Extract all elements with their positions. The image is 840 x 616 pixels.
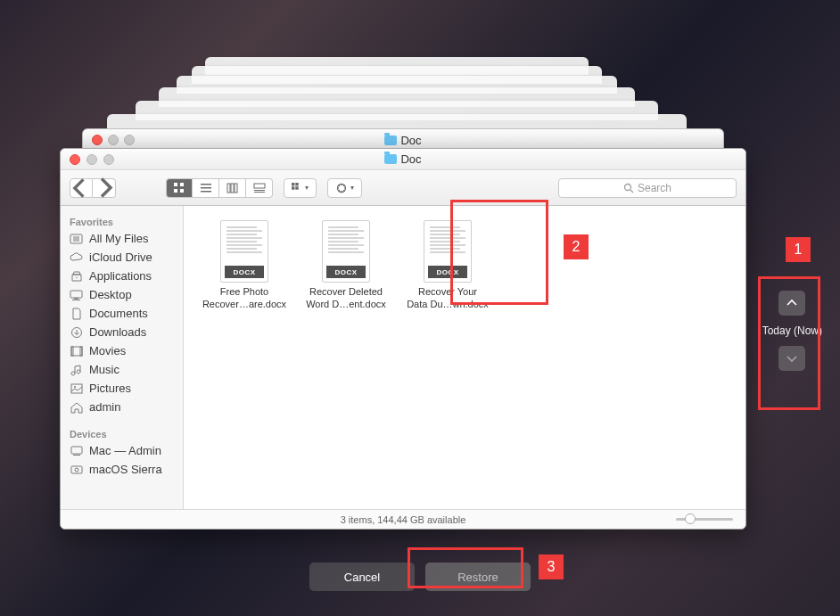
svg-rect-8 xyxy=(231,184,234,193)
view-coverflow-button[interactable] xyxy=(246,178,273,198)
svg-rect-35 xyxy=(73,455,80,456)
svg-rect-4 xyxy=(201,184,211,185)
svg-point-37 xyxy=(75,468,78,472)
svg-rect-27 xyxy=(72,300,80,300)
sidebar-item-label: Downloads xyxy=(89,325,146,339)
callout-number-1: 1 xyxy=(786,237,811,262)
folder-icon xyxy=(384,136,397,145)
sidebar-item-macos-sierra[interactable]: macOS Sierra xyxy=(61,460,183,479)
file-item[interactable]: DOCX Recover Deleted Word D…ent.docx xyxy=(298,220,394,311)
file-item[interactable]: DOCX Free Photo Recover…are.docx xyxy=(196,220,292,311)
svg-rect-12 xyxy=(254,192,265,193)
svg-point-33 xyxy=(74,386,76,388)
callout-number-3: 3 xyxy=(539,554,564,579)
status-text: 3 items, 144,44 GB available xyxy=(341,514,466,525)
svg-rect-6 xyxy=(201,191,211,193)
sidebar-item-documents[interactable]: Documents xyxy=(61,304,183,323)
cancel-button[interactable]: Cancel xyxy=(309,563,415,591)
svg-rect-9 xyxy=(235,184,237,193)
svg-rect-10 xyxy=(254,184,265,188)
status-bar: 3 items, 144,44 GB available xyxy=(61,509,745,529)
svg-rect-26 xyxy=(74,298,78,300)
file-name: Recover Deleted Word D…ent.docx xyxy=(306,286,386,311)
view-list-button[interactable] xyxy=(193,178,219,198)
minimize-button[interactable] xyxy=(86,154,97,165)
callout-number-2: 2 xyxy=(564,234,589,259)
sidebar-item-label: All My Files xyxy=(89,232,148,245)
svg-rect-11 xyxy=(254,190,265,191)
forward-button[interactable] xyxy=(93,178,116,198)
svg-rect-0 xyxy=(174,183,177,186)
svg-line-19 xyxy=(630,190,633,193)
svg-rect-34 xyxy=(71,447,82,454)
svg-rect-5 xyxy=(201,187,211,189)
toolbar: ▾ ▾ Search xyxy=(61,170,745,206)
sidebar-item-all-my-files[interactable]: All My Files xyxy=(61,229,183,248)
finder-window: Doc ▾ ▾ Search Favorites All My F xyxy=(60,148,746,530)
window-title: Doc xyxy=(400,152,421,166)
titlebar: Doc xyxy=(61,149,745,170)
zoom-button-small xyxy=(124,135,135,145)
search-input[interactable]: Search xyxy=(558,178,737,198)
back-button[interactable] xyxy=(70,178,93,198)
zoom-slider[interactable] xyxy=(676,518,733,521)
minimize-button-small xyxy=(108,135,119,145)
folder-icon xyxy=(384,154,397,164)
svg-point-18 xyxy=(624,184,630,190)
devices-heading: Devices xyxy=(61,425,183,441)
close-button-small xyxy=(92,135,103,145)
svg-rect-15 xyxy=(292,186,294,189)
sidebar-item-admin[interactable]: admin xyxy=(61,398,183,416)
sidebar-item-label: Movies xyxy=(89,344,126,357)
sidebar-item-mac-admin[interactable]: Mac — Admin xyxy=(61,441,183,460)
close-button[interactable] xyxy=(70,154,80,165)
file-extension-badge: DOCX xyxy=(225,266,264,278)
svg-rect-3 xyxy=(180,189,184,193)
sidebar-item-movies[interactable]: Movies xyxy=(61,341,183,360)
sidebar-item-desktop[interactable]: Desktop xyxy=(61,285,183,304)
svg-rect-7 xyxy=(227,184,230,193)
arrange-dropdown[interactable]: ▾ xyxy=(284,178,317,198)
background-window-title: Doc xyxy=(400,134,421,147)
sidebar-item-icloud-drive[interactable]: iCloud Drive xyxy=(61,248,183,267)
sidebar-item-label: Documents xyxy=(89,307,148,320)
document-icon: DOCX xyxy=(322,220,370,283)
svg-point-24 xyxy=(76,276,77,277)
svg-rect-2 xyxy=(174,189,177,193)
favorites-heading: Favorites xyxy=(61,213,183,229)
document-icon: DOCX xyxy=(220,220,268,283)
svg-rect-31 xyxy=(80,347,82,356)
sidebar-item-pictures[interactable]: Pictures xyxy=(61,379,183,398)
sidebar-item-label: Mac — Admin xyxy=(89,444,161,457)
file-name: Free Photo Recover…are.docx xyxy=(202,286,286,311)
sidebar-item-applications[interactable]: Applications xyxy=(61,267,183,285)
view-column-button[interactable] xyxy=(219,178,246,198)
svg-rect-30 xyxy=(71,347,73,356)
search-icon xyxy=(623,183,634,193)
file-extension-badge: DOCX xyxy=(326,266,366,278)
callout-box-1 xyxy=(758,276,820,410)
sidebar-item-label: Desktop xyxy=(89,288,132,301)
sidebar-item-label: Applications xyxy=(89,269,152,283)
svg-rect-14 xyxy=(295,183,298,185)
sidebar: Favorites All My Files iCloud Drive Appl… xyxy=(61,206,184,509)
action-dropdown[interactable]: ▾ xyxy=(327,178,362,198)
sidebar-item-label: Music xyxy=(89,363,119,376)
sidebar-item-label: admin xyxy=(89,400,120,414)
sidebar-item-downloads[interactable]: Downloads xyxy=(61,323,183,341)
sidebar-item-label: iCloud Drive xyxy=(89,251,152,264)
svg-rect-1 xyxy=(180,183,184,186)
callout-box-3 xyxy=(408,547,523,588)
sidebar-item-label: macOS Sierra xyxy=(89,463,162,476)
svg-rect-13 xyxy=(292,183,294,185)
sidebar-item-music[interactable]: Music xyxy=(61,360,183,379)
callout-box-2 xyxy=(450,200,548,305)
search-placeholder: Search xyxy=(638,182,671,194)
zoom-button[interactable] xyxy=(103,154,114,165)
svg-rect-36 xyxy=(71,466,82,473)
view-icon-button[interactable] xyxy=(166,178,193,198)
sidebar-item-label: Pictures xyxy=(89,382,131,395)
svg-rect-16 xyxy=(295,186,298,189)
svg-rect-25 xyxy=(70,291,82,298)
